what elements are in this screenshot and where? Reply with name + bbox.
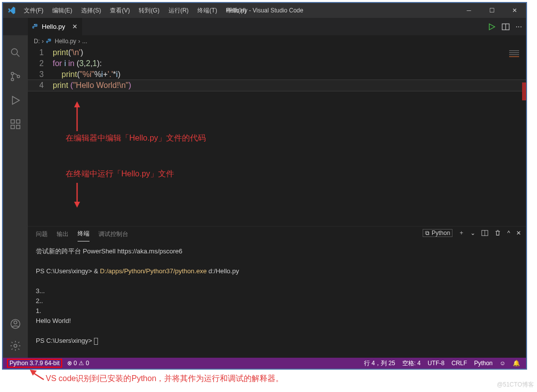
chevron-right-icon: ›: [78, 38, 80, 45]
svg-rect-8: [11, 120, 14, 123]
settings-gear-icon[interactable]: [9, 340, 21, 352]
more-actions-icon[interactable]: ···: [516, 22, 522, 31]
chevron-down-icon[interactable]: ⌄: [470, 230, 475, 236]
svg-marker-7: [12, 96, 19, 104]
terminal-icon: ⧉: [425, 230, 430, 236]
title-bar: 文件(F) 编辑(E) 选择(S) 查看(V) 转到(G) 运行(R) 终端(T…: [3, 3, 526, 18]
svg-rect-11: [16, 120, 20, 123]
annotation-bottom: VS code识别到已安装的Python，并将其作为运行和调试的解释器。: [46, 374, 283, 384]
svg-marker-20: [74, 101, 80, 107]
vscode-window: 文件(F) 编辑(E) 选择(S) 查看(V) 转到(G) 运行(R) 终端(T…: [2, 2, 527, 370]
status-eol[interactable]: CRLF: [451, 360, 467, 367]
menu-select[interactable]: 选择(S): [77, 4, 105, 17]
breadcrumbs[interactable]: D: › Hello.py › ...: [3, 35, 526, 47]
search-icon[interactable]: [9, 47, 21, 59]
status-python-interpreter[interactable]: Python 3.7.9 64-bit: [7, 359, 62, 368]
panel-tab-debug-console[interactable]: 调试控制台: [98, 227, 128, 241]
menu-file[interactable]: 文件(F): [20, 4, 47, 17]
watermark: @51CTO博客: [497, 381, 534, 389]
split-editor-icon[interactable]: [502, 23, 510, 31]
terminal-profile-badge[interactable]: ⧉Python: [423, 229, 452, 237]
panel-tab-terminal[interactable]: 终端: [78, 227, 90, 241]
panel-actions: ⧉Python ＋ ⌄ ^ ✕: [423, 229, 521, 237]
status-language[interactable]: Python: [474, 360, 492, 367]
svg-point-6: [17, 76, 20, 78]
status-indentation[interactable]: 空格: 4: [402, 359, 421, 368]
svg-point-13: [14, 321, 17, 324]
svg-point-4: [11, 73, 14, 75]
status-feedback-icon[interactable]: ☺: [500, 360, 506, 367]
svg-point-14: [14, 344, 17, 347]
menu-bar: 文件(F) 编辑(E) 选择(S) 查看(V) 转到(G) 运行(R) 终端(T…: [20, 4, 250, 17]
extensions-icon[interactable]: [9, 118, 21, 130]
annotation-edit: 在编辑器中编辑「Hello.py」文件的代码: [66, 133, 206, 144]
run-file-icon[interactable]: [488, 23, 496, 31]
svg-marker-22: [74, 202, 80, 208]
editor-actions: ···: [488, 18, 522, 35]
arrow-up-icon: [72, 101, 82, 131]
vscode-logo-icon: [7, 6, 16, 15]
svg-line-3: [17, 54, 19, 57]
menu-edit[interactable]: 编辑(E): [48, 4, 76, 17]
scm-icon[interactable]: [9, 71, 21, 82]
svg-line-25: [33, 373, 44, 380]
bottom-panel: 问题 输出 终端 调试控制台 ⧉Python ＋ ⌄ ^ ✕ 尝试新的跨平台 P…: [28, 226, 526, 358]
window-controls: ─ ☐ ✕: [457, 3, 526, 18]
window-title: Hello.py - Visual Studio Code: [226, 7, 303, 14]
minimap[interactable]: [509, 50, 519, 90]
account-icon[interactable]: [9, 318, 21, 330]
activity-bar: [3, 18, 28, 358]
panel-tab-output[interactable]: 输出: [57, 227, 69, 241]
panel-tab-problems[interactable]: 问题: [36, 227, 48, 241]
svg-point-15: [34, 24, 35, 25]
maximize-button[interactable]: ☐: [480, 3, 503, 18]
scroll-indicator: [522, 82, 526, 100]
svg-point-5: [11, 78, 14, 81]
trash-icon[interactable]: [494, 230, 501, 236]
status-bell-icon[interactable]: 🔔: [513, 360, 520, 367]
terminal-content[interactable]: 尝试新的跨平台 PowerShell https://aka.ms/pscore…: [28, 241, 526, 351]
chevron-right-icon: ›: [42, 38, 44, 45]
arrow-down-icon: [72, 183, 82, 208]
svg-point-2: [11, 49, 17, 55]
svg-rect-10: [16, 125, 20, 129]
panel-tabs: 问题 输出 终端 调试控制台 ⧉Python ＋ ⌄ ^ ✕: [28, 227, 526, 241]
tab-filename: Hello.py: [42, 23, 65, 30]
tab-hello-py[interactable]: Hello.py ✕: [28, 18, 83, 35]
menu-run[interactable]: 运行(R): [165, 4, 193, 17]
svg-rect-9: [11, 125, 14, 129]
maximize-panel-icon[interactable]: ^: [507, 230, 510, 236]
arrow-up-left-icon: [30, 370, 45, 385]
close-panel-icon[interactable]: ✕: [516, 230, 521, 236]
status-errors-warnings[interactable]: ⊗ 0 ⚠ 0: [67, 360, 89, 367]
breadcrumb-file: Hello.py: [55, 38, 76, 45]
editor-tab-bar: Hello.py ✕ ···: [3, 18, 526, 35]
python-file-icon: [46, 38, 53, 45]
debug-icon[interactable]: [9, 94, 21, 106]
status-cursor-position[interactable]: 行 4，列 25: [364, 359, 395, 368]
minimize-button[interactable]: ─: [457, 3, 480, 18]
svg-marker-16: [489, 24, 495, 30]
python-file-icon: [32, 23, 39, 30]
menu-view[interactable]: 查看(V): [106, 4, 134, 17]
annotation-run: 在终端中运行「Hello.py」文件: [66, 169, 174, 179]
menu-terminal[interactable]: 终端(T): [193, 4, 221, 17]
close-button[interactable]: ✕: [503, 3, 526, 18]
split-terminal-icon[interactable]: [481, 230, 488, 236]
breadcrumb-drive: D:: [34, 38, 40, 45]
tab-close-icon[interactable]: ✕: [72, 23, 78, 30]
breadcrumb-more: ...: [82, 38, 87, 45]
status-bar: Python 3.7.9 64-bit ⊗ 0 ⚠ 0 行 4，列 25 空格:…: [3, 358, 526, 369]
status-encoding[interactable]: UTF-8: [428, 360, 445, 367]
menu-goto[interactable]: 转到(G): [135, 4, 163, 17]
new-terminal-icon[interactable]: ＋: [458, 229, 464, 237]
